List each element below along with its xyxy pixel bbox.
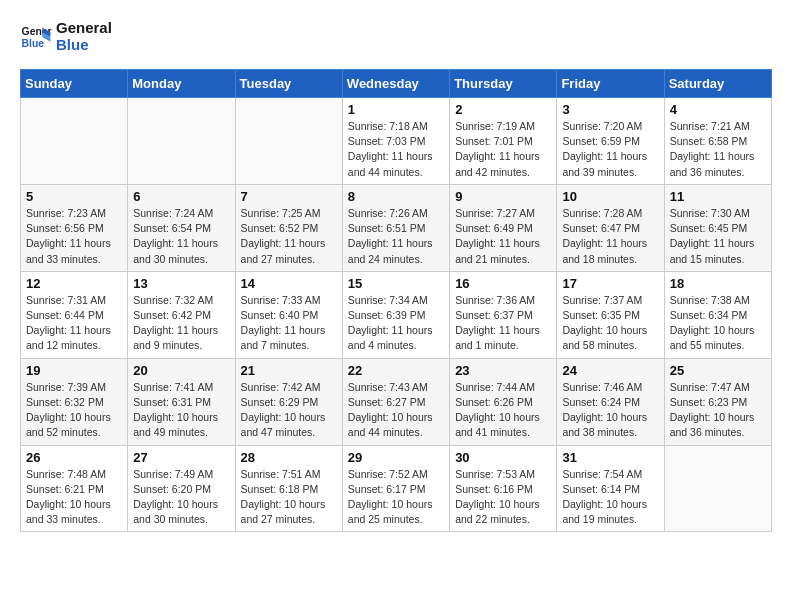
day-number: 15 [348, 276, 444, 291]
day-info: Sunrise: 7:24 AM Sunset: 6:54 PM Dayligh… [133, 206, 229, 267]
calendar-cell [235, 98, 342, 185]
week-row-2: 5Sunrise: 7:23 AM Sunset: 6:56 PM Daylig… [21, 184, 772, 271]
calendar-cell: 2Sunrise: 7:19 AM Sunset: 7:01 PM Daylig… [450, 98, 557, 185]
header-row: SundayMondayTuesdayWednesdayThursdayFrid… [21, 70, 772, 98]
day-header-sunday: Sunday [21, 70, 128, 98]
day-number: 1 [348, 102, 444, 117]
day-number: 12 [26, 276, 122, 291]
day-number: 22 [348, 363, 444, 378]
day-info: Sunrise: 7:20 AM Sunset: 6:59 PM Dayligh… [562, 119, 658, 180]
calendar-cell: 16Sunrise: 7:36 AM Sunset: 6:37 PM Dayli… [450, 271, 557, 358]
logo-text: General Blue [56, 20, 112, 53]
calendar-cell: 25Sunrise: 7:47 AM Sunset: 6:23 PM Dayli… [664, 358, 771, 445]
day-info: Sunrise: 7:26 AM Sunset: 6:51 PM Dayligh… [348, 206, 444, 267]
day-number: 25 [670, 363, 766, 378]
day-header-tuesday: Tuesday [235, 70, 342, 98]
day-number: 6 [133, 189, 229, 204]
day-header-thursday: Thursday [450, 70, 557, 98]
day-number: 16 [455, 276, 551, 291]
calendar-cell [664, 445, 771, 532]
day-info: Sunrise: 7:42 AM Sunset: 6:29 PM Dayligh… [241, 380, 337, 441]
day-header-monday: Monday [128, 70, 235, 98]
day-info: Sunrise: 7:32 AM Sunset: 6:42 PM Dayligh… [133, 293, 229, 354]
day-info: Sunrise: 7:38 AM Sunset: 6:34 PM Dayligh… [670, 293, 766, 354]
calendar-cell [21, 98, 128, 185]
calendar-cell: 26Sunrise: 7:48 AM Sunset: 6:21 PM Dayli… [21, 445, 128, 532]
day-number: 10 [562, 189, 658, 204]
page-header: General Blue General Blue [20, 20, 772, 53]
day-number: 20 [133, 363, 229, 378]
day-number: 23 [455, 363, 551, 378]
day-info: Sunrise: 7:47 AM Sunset: 6:23 PM Dayligh… [670, 380, 766, 441]
calendar-cell: 13Sunrise: 7:32 AM Sunset: 6:42 PM Dayli… [128, 271, 235, 358]
day-info: Sunrise: 7:28 AM Sunset: 6:47 PM Dayligh… [562, 206, 658, 267]
day-info: Sunrise: 7:21 AM Sunset: 6:58 PM Dayligh… [670, 119, 766, 180]
day-number: 2 [455, 102, 551, 117]
calendar-cell: 15Sunrise: 7:34 AM Sunset: 6:39 PM Dayli… [342, 271, 449, 358]
calendar-cell: 3Sunrise: 7:20 AM Sunset: 6:59 PM Daylig… [557, 98, 664, 185]
day-info: Sunrise: 7:25 AM Sunset: 6:52 PM Dayligh… [241, 206, 337, 267]
day-info: Sunrise: 7:53 AM Sunset: 6:16 PM Dayligh… [455, 467, 551, 528]
logo-icon: General Blue [20, 21, 52, 53]
calendar-cell: 28Sunrise: 7:51 AM Sunset: 6:18 PM Dayli… [235, 445, 342, 532]
calendar-table: SundayMondayTuesdayWednesdayThursdayFrid… [20, 69, 772, 532]
calendar-cell: 29Sunrise: 7:52 AM Sunset: 6:17 PM Dayli… [342, 445, 449, 532]
day-info: Sunrise: 7:51 AM Sunset: 6:18 PM Dayligh… [241, 467, 337, 528]
day-number: 30 [455, 450, 551, 465]
calendar-cell: 8Sunrise: 7:26 AM Sunset: 6:51 PM Daylig… [342, 184, 449, 271]
logo: General Blue General Blue [20, 20, 112, 53]
day-number: 4 [670, 102, 766, 117]
calendar-cell: 20Sunrise: 7:41 AM Sunset: 6:31 PM Dayli… [128, 358, 235, 445]
day-number: 19 [26, 363, 122, 378]
calendar-cell: 6Sunrise: 7:24 AM Sunset: 6:54 PM Daylig… [128, 184, 235, 271]
calendar-cell: 10Sunrise: 7:28 AM Sunset: 6:47 PM Dayli… [557, 184, 664, 271]
day-header-wednesday: Wednesday [342, 70, 449, 98]
day-info: Sunrise: 7:31 AM Sunset: 6:44 PM Dayligh… [26, 293, 122, 354]
day-info: Sunrise: 7:52 AM Sunset: 6:17 PM Dayligh… [348, 467, 444, 528]
calendar-cell: 23Sunrise: 7:44 AM Sunset: 6:26 PM Dayli… [450, 358, 557, 445]
calendar-cell: 11Sunrise: 7:30 AM Sunset: 6:45 PM Dayli… [664, 184, 771, 271]
calendar-cell [128, 98, 235, 185]
calendar-cell: 18Sunrise: 7:38 AM Sunset: 6:34 PM Dayli… [664, 271, 771, 358]
day-header-friday: Friday [557, 70, 664, 98]
day-info: Sunrise: 7:18 AM Sunset: 7:03 PM Dayligh… [348, 119, 444, 180]
calendar-cell: 7Sunrise: 7:25 AM Sunset: 6:52 PM Daylig… [235, 184, 342, 271]
day-number: 26 [26, 450, 122, 465]
day-number: 9 [455, 189, 551, 204]
week-row-5: 26Sunrise: 7:48 AM Sunset: 6:21 PM Dayli… [21, 445, 772, 532]
calendar-cell: 12Sunrise: 7:31 AM Sunset: 6:44 PM Dayli… [21, 271, 128, 358]
day-info: Sunrise: 7:34 AM Sunset: 6:39 PM Dayligh… [348, 293, 444, 354]
calendar-cell: 17Sunrise: 7:37 AM Sunset: 6:35 PM Dayli… [557, 271, 664, 358]
day-info: Sunrise: 7:43 AM Sunset: 6:27 PM Dayligh… [348, 380, 444, 441]
calendar-cell: 24Sunrise: 7:46 AM Sunset: 6:24 PM Dayli… [557, 358, 664, 445]
day-info: Sunrise: 7:27 AM Sunset: 6:49 PM Dayligh… [455, 206, 551, 267]
day-info: Sunrise: 7:48 AM Sunset: 6:21 PM Dayligh… [26, 467, 122, 528]
day-info: Sunrise: 7:33 AM Sunset: 6:40 PM Dayligh… [241, 293, 337, 354]
day-number: 28 [241, 450, 337, 465]
calendar-cell: 19Sunrise: 7:39 AM Sunset: 6:32 PM Dayli… [21, 358, 128, 445]
week-row-4: 19Sunrise: 7:39 AM Sunset: 6:32 PM Dayli… [21, 358, 772, 445]
day-info: Sunrise: 7:41 AM Sunset: 6:31 PM Dayligh… [133, 380, 229, 441]
day-info: Sunrise: 7:46 AM Sunset: 6:24 PM Dayligh… [562, 380, 658, 441]
calendar-cell: 1Sunrise: 7:18 AM Sunset: 7:03 PM Daylig… [342, 98, 449, 185]
day-info: Sunrise: 7:19 AM Sunset: 7:01 PM Dayligh… [455, 119, 551, 180]
day-number: 27 [133, 450, 229, 465]
calendar-cell: 27Sunrise: 7:49 AM Sunset: 6:20 PM Dayli… [128, 445, 235, 532]
day-info: Sunrise: 7:37 AM Sunset: 6:35 PM Dayligh… [562, 293, 658, 354]
calendar-cell: 4Sunrise: 7:21 AM Sunset: 6:58 PM Daylig… [664, 98, 771, 185]
day-number: 24 [562, 363, 658, 378]
calendar-cell: 5Sunrise: 7:23 AM Sunset: 6:56 PM Daylig… [21, 184, 128, 271]
day-info: Sunrise: 7:36 AM Sunset: 6:37 PM Dayligh… [455, 293, 551, 354]
day-info: Sunrise: 7:30 AM Sunset: 6:45 PM Dayligh… [670, 206, 766, 267]
day-info: Sunrise: 7:54 AM Sunset: 6:14 PM Dayligh… [562, 467, 658, 528]
day-number: 3 [562, 102, 658, 117]
svg-text:Blue: Blue [22, 37, 45, 48]
day-number: 8 [348, 189, 444, 204]
calendar-cell: 30Sunrise: 7:53 AM Sunset: 6:16 PM Dayli… [450, 445, 557, 532]
day-number: 14 [241, 276, 337, 291]
day-number: 17 [562, 276, 658, 291]
day-number: 18 [670, 276, 766, 291]
day-number: 5 [26, 189, 122, 204]
week-row-3: 12Sunrise: 7:31 AM Sunset: 6:44 PM Dayli… [21, 271, 772, 358]
calendar-cell: 22Sunrise: 7:43 AM Sunset: 6:27 PM Dayli… [342, 358, 449, 445]
